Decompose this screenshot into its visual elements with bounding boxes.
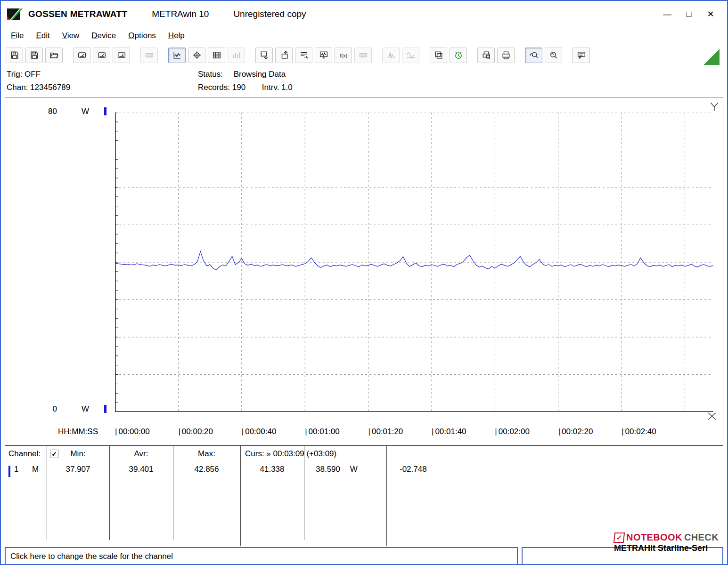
crosshair-view-button[interactable] xyxy=(188,48,205,63)
menu-item[interactable]: Device xyxy=(85,29,122,42)
status-label: Status: xyxy=(198,70,223,79)
acquisition-status: Status: Browsing Data xyxy=(198,70,286,79)
save-config-button[interactable] xyxy=(25,48,43,63)
cursor-header[interactable]: Curs: » 00:03:09 (+03:09) xyxy=(245,449,336,459)
records-count: Records: 190 xyxy=(198,83,245,92)
channel1-color-marker xyxy=(8,466,10,477)
hint-text: Click here to change the scale for the c… xyxy=(10,552,173,561)
import-data-button[interactable] xyxy=(255,48,273,63)
channel-number[interactable]: 1 xyxy=(14,465,18,474)
formula-button[interactable] xyxy=(335,48,352,63)
print-button[interactable] xyxy=(497,48,515,63)
x-tick-label: 00:01:40 xyxy=(432,427,495,436)
spike-icon xyxy=(387,51,395,59)
y-axis-max-unit: W xyxy=(82,107,89,116)
timer-button[interactable] xyxy=(450,48,467,63)
menu-item[interactable]: Edit xyxy=(30,29,56,42)
toolbar-separator xyxy=(132,55,138,56)
menu-item[interactable]: View xyxy=(56,29,86,42)
copy-graph-button[interactable] xyxy=(430,48,447,63)
y-axis-handle-icon[interactable] xyxy=(709,101,720,114)
maximize-button[interactable]: □ xyxy=(678,5,700,24)
notebookcheck-logo: ✓ NOTEBOOK CHECK xyxy=(614,532,719,543)
chart-view-button[interactable] xyxy=(168,48,186,63)
min-header: Min: xyxy=(47,449,109,459)
x-tick-label: 00:00:00 xyxy=(115,427,178,436)
annotation-button[interactable] xyxy=(573,48,590,63)
chart-panel: 80 W 0 W HH:MM:SS 00:00:00 00:00:20 00:0… xyxy=(5,97,723,445)
device-config-icon xyxy=(98,51,106,59)
annotation-icon xyxy=(577,51,586,59)
x-tick-label: 00:01:20 xyxy=(368,427,432,436)
cursor2-number: 38.590 xyxy=(316,465,340,474)
min-value: 37.907 xyxy=(47,465,109,474)
menu-item[interactable]: Options xyxy=(122,29,162,42)
cursor2-unit: W xyxy=(350,465,358,474)
y-axis-min-unit: W xyxy=(82,404,89,414)
trigger-status: Trig: OFF xyxy=(7,70,41,79)
device-send-button[interactable] xyxy=(113,48,130,63)
toolbar-separator xyxy=(247,55,253,56)
export-data-button[interactable] xyxy=(275,48,293,63)
lcd-display-icon xyxy=(145,51,154,59)
channel-mode: M xyxy=(32,465,39,474)
column-divider xyxy=(173,446,173,540)
lcd-small-button xyxy=(354,48,372,63)
menu-item[interactable]: File xyxy=(5,29,30,42)
brand-title: GOSSEN METRAWATT xyxy=(28,9,127,19)
minimize-button[interactable]: — xyxy=(656,5,678,24)
device-config-button[interactable] xyxy=(93,48,110,63)
open-file-button[interactable] xyxy=(45,48,63,63)
monitor-icon xyxy=(319,51,328,59)
zoom-button[interactable] xyxy=(545,48,562,63)
y-axis-max-label: 80 xyxy=(40,107,57,116)
crosshair-icon xyxy=(193,51,201,59)
x-tick-label: 00:02:40 xyxy=(622,427,685,436)
lcd-small-icon xyxy=(359,51,368,59)
data-list-button[interactable] xyxy=(295,48,312,63)
toolbar-separator xyxy=(517,55,523,56)
monitor-view-button[interactable] xyxy=(315,48,332,63)
table-view-button[interactable] xyxy=(208,48,225,63)
close-button[interactable]: ✕ xyxy=(700,5,721,24)
x-tick-label: 00:02:00 xyxy=(495,427,558,436)
app-title: METRAwin 10 xyxy=(152,9,209,19)
zoom-wave-button[interactable] xyxy=(525,48,542,63)
toolbar-separator xyxy=(564,55,570,56)
zoom-wave-icon xyxy=(530,51,538,59)
spike-view-button xyxy=(382,48,400,63)
table-view-icon xyxy=(213,51,221,59)
print-preview-icon xyxy=(482,51,491,59)
notebookcheck-check-icon: ✓ xyxy=(613,533,625,543)
avr-header: Avr: xyxy=(109,449,173,459)
toolbar-separator xyxy=(422,55,427,56)
watermark-check-text: CHECK xyxy=(684,532,719,543)
save-config-icon xyxy=(30,51,39,59)
status-value: Browsing Data xyxy=(234,70,286,79)
device-read-icon xyxy=(78,51,86,59)
zoom-icon xyxy=(549,51,558,59)
save-data-button[interactable] xyxy=(6,48,23,63)
plot-area[interactable] xyxy=(115,113,713,412)
x-axis-label: HH:MM:SS xyxy=(58,427,98,436)
save-data-icon xyxy=(10,51,19,59)
title-bar: GOSSEN METRAWATT METRAwin 10 Unregistere… xyxy=(1,1,727,27)
column-divider xyxy=(109,446,110,540)
x-axis-ticks: 00:00:00 00:00:20 00:00:40 00:01:00 00:0… xyxy=(115,427,685,436)
device-read-button[interactable] xyxy=(73,48,90,63)
records-status: Records: 190 Intrv. 1.0 xyxy=(198,83,293,92)
x-tick-label: 00:02:20 xyxy=(558,427,622,436)
channel1-scale-marker-bottom[interactable] xyxy=(104,405,106,413)
channel-header: Channel: xyxy=(8,449,41,459)
statusbar-hint[interactable]: Click here to change the scale for the c… xyxy=(5,547,518,565)
watermark-notebook-text: NOTEBOOK xyxy=(626,532,682,543)
column-divider xyxy=(304,446,304,540)
x-axis-handle-icon[interactable] xyxy=(706,411,718,424)
menu-item[interactable]: Help xyxy=(162,29,191,42)
export-icon xyxy=(280,51,288,59)
print-preview-button[interactable] xyxy=(477,48,495,63)
x-tick-label: 00:01:00 xyxy=(305,427,368,436)
wave-view-button xyxy=(402,48,419,63)
max-value: 42.856 xyxy=(173,465,240,474)
channel1-scale-marker-top[interactable] xyxy=(104,107,106,115)
